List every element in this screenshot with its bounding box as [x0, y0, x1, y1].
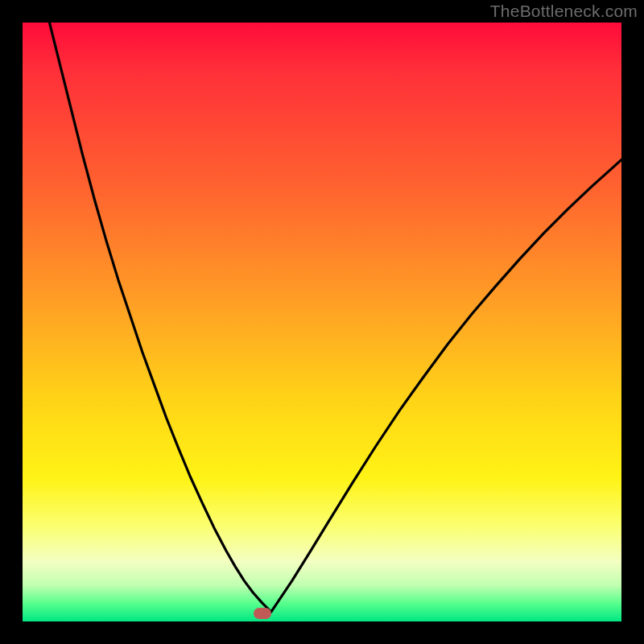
optimum-marker: [254, 608, 271, 619]
chart-frame: TheBottleneck.com: [0, 0, 644, 644]
watermark-text: TheBottleneck.com: [490, 2, 638, 21]
bottleneck-curve: [23, 23, 621, 621]
plot-area: [23, 23, 621, 621]
